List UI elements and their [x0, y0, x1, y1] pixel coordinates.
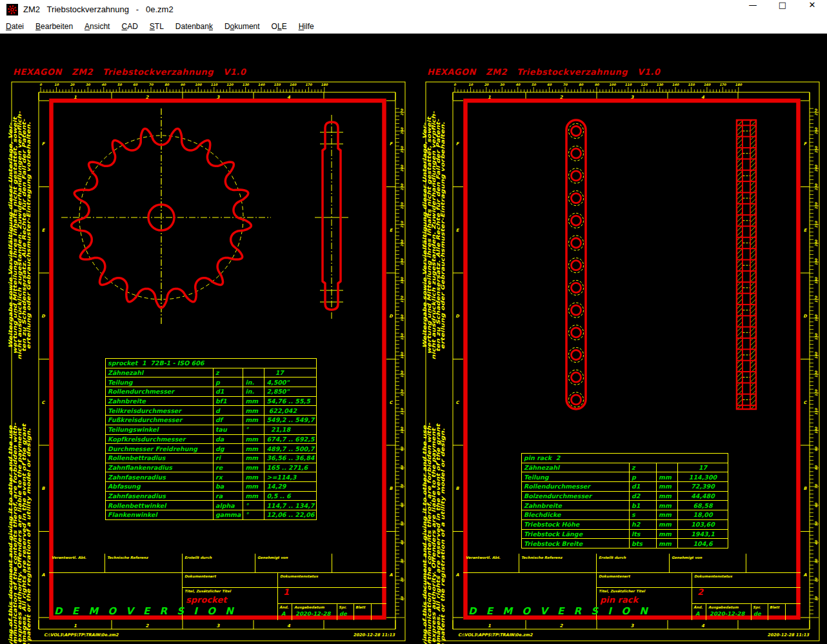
svg-text:40: 40: [400, 540, 404, 545]
title-block: Verantwortl. Abt.Technische ReferenzErst…: [463, 554, 801, 620]
roller-pin[interactable]: [572, 328, 581, 337]
svg-text:260: 260: [400, 127, 404, 134]
menu-item-ole[interactable]: OLE: [266, 20, 293, 34]
svg-text:40: 40: [101, 83, 106, 86]
svg-text:C: C: [42, 400, 46, 405]
svg-text:180: 180: [814, 277, 818, 284]
roller-pin[interactable]: [572, 171, 581, 181]
svg-text:D: D: [803, 314, 807, 319]
svg-text:60: 60: [814, 503, 818, 507]
svg-text:90: 90: [400, 447, 404, 451]
svg-text:170: 170: [719, 83, 726, 86]
menu-item-cad[interactable]: CAD: [115, 20, 143, 34]
svg-text:130: 130: [656, 83, 663, 86]
svg-text:30: 30: [814, 559, 818, 563]
roller-pin[interactable]: [572, 148, 581, 158]
roller-pin[interactable]: [572, 126, 581, 136]
roller-pin[interactable]: [572, 395, 581, 405]
table-row: Zahnbreiteb1mm68,58: [522, 501, 728, 510]
svg-text:E: E: [456, 228, 460, 233]
minimize-button[interactable]: —: [738, 0, 768, 19]
svg-text:220: 220: [400, 202, 404, 209]
titleblock-line: [746, 554, 746, 572]
svg-text:50: 50: [814, 521, 818, 526]
svg-text:20: 20: [484, 83, 488, 86]
pin-rack-front-view[interactable]: [566, 120, 586, 409]
roller-pin[interactable]: [572, 238, 581, 248]
svg-text:100: 100: [814, 427, 818, 434]
legal-line: of a patent or the registration of a uti…: [441, 369, 445, 644]
label-spr: Spr.: [339, 605, 346, 609]
cad-canvas-pin-rack[interactable]: 0102030405060708090100110120130140150160…: [414, 34, 827, 644]
demo-version-text: D E M O V E R S I O N: [468, 605, 651, 617]
svg-text:100: 100: [400, 427, 404, 434]
date-value: 2020-12-28: [295, 610, 330, 617]
menu-item-datei[interactable]: Datei: [0, 20, 30, 34]
svg-text:160: 160: [290, 83, 297, 86]
svg-text:E: E: [42, 228, 46, 233]
label-blatt: Blatt: [770, 605, 779, 609]
roller-pin[interactable]: [572, 350, 581, 360]
svg-text:30: 30: [86, 83, 90, 86]
svg-text:250: 250: [400, 146, 404, 153]
svg-text:150: 150: [274, 83, 281, 86]
label-aend: Änd.: [693, 605, 702, 609]
roller-pin[interactable]: [572, 261, 581, 270]
table-row: Zahnbreitebf1mm54,76 .. 55,5: [106, 396, 317, 406]
titleblock-line: [292, 603, 292, 620]
svg-text:90: 90: [814, 447, 818, 451]
menu-item-ansicht[interactable]: Ansicht: [79, 20, 115, 34]
svg-text:220: 220: [814, 202, 818, 209]
svg-text:150: 150: [688, 83, 695, 86]
menu-item-dokument[interactable]: Dokument: [219, 20, 266, 34]
cad-canvas-sprocket[interactable]: 0102030405060708090100110120130140150160…: [0, 34, 414, 644]
table-title: pin rack 2: [522, 454, 728, 463]
svg-text:30: 30: [500, 83, 504, 86]
svg-text:250: 250: [814, 146, 818, 153]
file-path: C:\VOL3\APPS\TP\TRAIN\0e.zm2: [458, 632, 533, 638]
table-row: Zähnezahlz17: [522, 463, 728, 472]
roller-pin[interactable]: [572, 305, 581, 315]
side-plate-hatch[interactable]: [750, 120, 756, 409]
title-block: Verantwortl. Abt.Technische ReferenzErst…: [49, 554, 386, 620]
side-plate-hatch[interactable]: [737, 120, 742, 409]
table-row: Rollendurchmesserd1mm72,390: [522, 482, 728, 492]
roller-pin[interactable]: [572, 372, 581, 382]
svg-text:230: 230: [400, 183, 404, 190]
svg-text:80: 80: [164, 83, 169, 86]
roller-pin[interactable]: [572, 194, 581, 203]
close-button[interactable]: ✕: [797, 0, 827, 19]
svg-text:B: B: [456, 486, 460, 491]
titleblock-line: [49, 572, 386, 573]
table-row: Teilkreisdurchmesserdmm 622,042: [106, 406, 317, 416]
svg-text:20: 20: [70, 83, 74, 86]
menu-item-datenbank[interactable]: Datenbank: [170, 20, 219, 34]
svg-text:C: C: [804, 400, 808, 405]
svg-text:3: 3: [217, 623, 221, 629]
label-verantwortl: Verantwortl. Abt.: [52, 556, 86, 559]
cad-client-area: 0102030405060708090100110120130140150160…: [0, 34, 827, 644]
svg-text:120: 120: [814, 389, 818, 396]
roller-pin[interactable]: [572, 283, 581, 292]
sheet-header: HEXAGON ZM2 Triebstockverzahnung V1.0: [13, 67, 246, 77]
svg-text:180: 180: [735, 83, 742, 86]
svg-text:140: 140: [814, 352, 818, 359]
svg-text:2: 2: [560, 623, 564, 629]
legal-text-german: Weitergabe sowie Vervielfältigung dieser…: [8, 61, 32, 410]
table-row: Blechdickesmm18,00: [522, 510, 728, 520]
roller-pin[interactable]: [572, 216, 581, 225]
titleblock-line: [332, 554, 332, 572]
title-bar: ZM2 Triebstockverzahnung - 0e.zm2 — □ ✕: [0, 0, 827, 19]
menu-bar: DateiBearbeitenAnsichtCADSTLDatenbankDok…: [0, 19, 827, 34]
svg-text:150: 150: [814, 333, 818, 340]
menu-item-hilfe[interactable]: Hilfe: [293, 20, 320, 34]
svg-text:A: A: [389, 572, 392, 578]
svg-text:70: 70: [400, 484, 404, 488]
menu-item-bearbeiten[interactable]: Bearbeiten: [30, 20, 79, 34]
menu-item-stl[interactable]: STL: [144, 20, 170, 34]
drawing-title: sprocket: [186, 595, 226, 605]
maximize-button[interactable]: □: [768, 0, 797, 19]
svg-text:170: 170: [305, 83, 312, 86]
titleblock-line: [669, 554, 670, 572]
drawing-sheet-pin-rack: 0102030405060708090100110120130140150160…: [414, 34, 827, 644]
